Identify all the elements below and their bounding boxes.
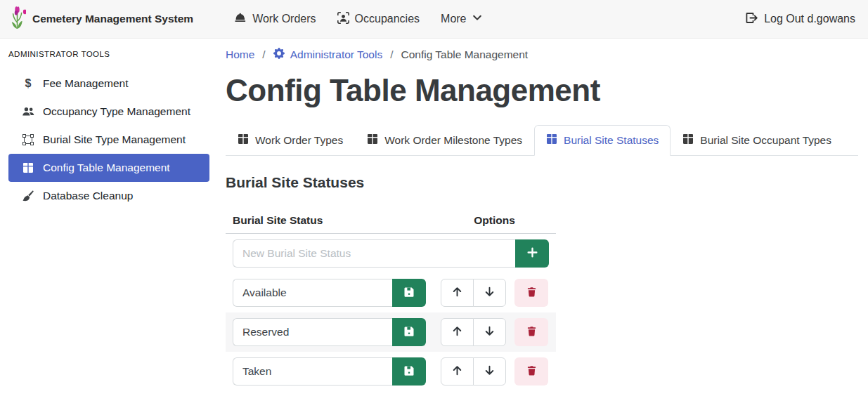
delete-status-button[interactable]	[514, 357, 548, 386]
new-status-input[interactable]	[233, 239, 515, 268]
sidebar-item-occupancy-type-management[interactable]: Occupancy Type Management	[8, 98, 209, 126]
arrow-down-icon	[484, 364, 495, 378]
nav-link-label: Occupancies	[355, 13, 420, 25]
arrow-up-icon	[451, 325, 463, 339]
tulips-logo-icon	[8, 6, 26, 32]
brand-title: Cemetery Management System	[32, 13, 193, 25]
table-icon	[546, 133, 557, 147]
trash-icon	[526, 286, 537, 300]
tab-bar: Work Order Types Work Order Milestone Ty…	[226, 125, 858, 156]
save-status-button[interactable]	[392, 318, 426, 346]
table-header-row: Burial Site Status Options	[226, 208, 556, 234]
save-status-button[interactable]	[392, 357, 426, 386]
tab-burial-site-occupant-types[interactable]: Burial Site Occupant Types	[671, 125, 843, 156]
reorder-button-group	[441, 279, 506, 307]
reorder-button-group	[441, 357, 506, 386]
sidebar-item-label: Fee Management	[43, 77, 129, 90]
move-down-button[interactable]	[473, 279, 506, 307]
move-up-button[interactable]	[441, 357, 474, 386]
sidebar-item-label: Burial Site Type Management	[43, 133, 186, 146]
chevron-down-icon	[472, 13, 482, 25]
tab-label: Work Order Milestone Types	[384, 134, 522, 147]
tab-label: Burial Site Statuses	[564, 134, 659, 147]
section-heading: Burial Site Statuses	[226, 174, 858, 191]
people-icon	[21, 107, 35, 117]
breadcrumb-home-link[interactable]: Home	[226, 48, 254, 61]
status-row	[226, 273, 556, 312]
move-down-button[interactable]	[473, 318, 506, 346]
delete-status-button[interactable]	[514, 318, 548, 346]
save-status-button[interactable]	[392, 279, 426, 307]
new-status-input-group	[233, 239, 549, 268]
sidebar: Administrator Tools $ Fee Management Occ…	[0, 39, 218, 415]
status-input-group	[233, 279, 426, 307]
nav-link-label: More	[441, 13, 466, 25]
table-icon	[682, 133, 694, 147]
sidebar-item-fee-management[interactable]: $ Fee Management	[8, 70, 209, 98]
nav-link-label: Work Orders	[252, 13, 316, 25]
burial-site-status-table: Burial Site Status Options	[226, 208, 556, 391]
move-up-button[interactable]	[441, 279, 474, 307]
sidebar-item-label: Database Cleanup	[43, 190, 133, 202]
move-up-button[interactable]	[441, 318, 474, 346]
sidebar-item-label: Occupancy Type Management	[43, 105, 190, 118]
tab-label: Burial Site Occupant Types	[700, 134, 831, 147]
nav-more[interactable]: More	[441, 13, 481, 25]
sidebar-item-database-cleanup[interactable]: Database Cleanup	[8, 182, 209, 210]
column-header-status: Burial Site Status	[226, 208, 433, 234]
row-options	[440, 279, 549, 307]
status-input[interactable]	[233, 357, 392, 386]
status-input[interactable]	[233, 279, 392, 307]
breadcrumb-divider: /	[262, 48, 265, 61]
dollar-icon: $	[21, 78, 35, 89]
top-navbar: Cemetery Management System Work Orders O…	[0, 0, 868, 39]
arrow-up-icon	[451, 364, 463, 378]
status-row	[226, 312, 556, 352]
row-options	[440, 318, 549, 346]
nav-work-orders[interactable]: Work Orders	[234, 12, 316, 26]
arrow-down-icon	[484, 286, 495, 300]
status-input-group	[233, 357, 426, 386]
breadcrumb-admin-tools-label: Administrator Tools	[290, 48, 383, 61]
breadcrumb-divider: /	[390, 48, 393, 61]
delete-status-button[interactable]	[514, 279, 548, 307]
page-title: Config Table Management	[226, 73, 858, 108]
sidebar-item-config-table-management[interactable]: Config Table Management	[8, 154, 209, 182]
sidebar-item-burial-site-type-management[interactable]: Burial Site Type Management	[8, 126, 209, 154]
new-status-row	[226, 234, 556, 274]
trash-icon	[526, 365, 537, 378]
plus-icon	[526, 246, 538, 261]
move-down-button[interactable]	[473, 357, 506, 386]
status-input-group	[233, 318, 426, 346]
main-content: Home / Administrator Tools / Config Tabl…	[218, 39, 868, 415]
breadcrumb-admin-tools-link[interactable]: Administrator Tools	[273, 48, 383, 62]
reorder-button-group	[441, 318, 506, 346]
brand[interactable]: Cemetery Management System	[8, 6, 193, 32]
arrow-down-icon	[484, 325, 495, 339]
table-icon	[21, 162, 35, 173]
tab-work-order-milestone-types[interactable]: Work Order Milestone Types	[355, 125, 534, 156]
box-arrow-right-icon	[745, 12, 758, 27]
row-options	[440, 357, 549, 386]
logout-label: Log Out d.gowans	[764, 13, 855, 25]
person-bounding-box-icon	[337, 12, 349, 27]
tab-burial-site-statuses[interactable]: Burial Site Statuses	[534, 125, 671, 156]
status-input[interactable]	[233, 318, 392, 346]
arrow-up-icon	[451, 286, 463, 300]
tab-work-order-types[interactable]: Work Order Types	[226, 125, 355, 156]
nav-occupancies[interactable]: Occupancies	[337, 12, 420, 27]
save-icon	[403, 286, 415, 300]
bounding-box-icon	[21, 134, 35, 145]
status-row	[226, 352, 556, 391]
save-icon	[403, 326, 415, 339]
sidebar-item-label: Config Table Management	[43, 162, 170, 174]
trash-icon	[526, 326, 537, 339]
column-header-options: Options	[433, 208, 556, 234]
breadcrumb: Home / Administrator Tools / Config Tabl…	[226, 48, 858, 62]
logout-button[interactable]: Log Out d.gowans	[745, 12, 855, 27]
sidebar-heading: Administrator Tools	[8, 50, 209, 58]
add-status-button[interactable]	[515, 239, 549, 268]
hard-hat-icon	[234, 12, 247, 26]
broom-icon	[21, 190, 35, 202]
tab-label: Work Order Types	[255, 134, 343, 147]
